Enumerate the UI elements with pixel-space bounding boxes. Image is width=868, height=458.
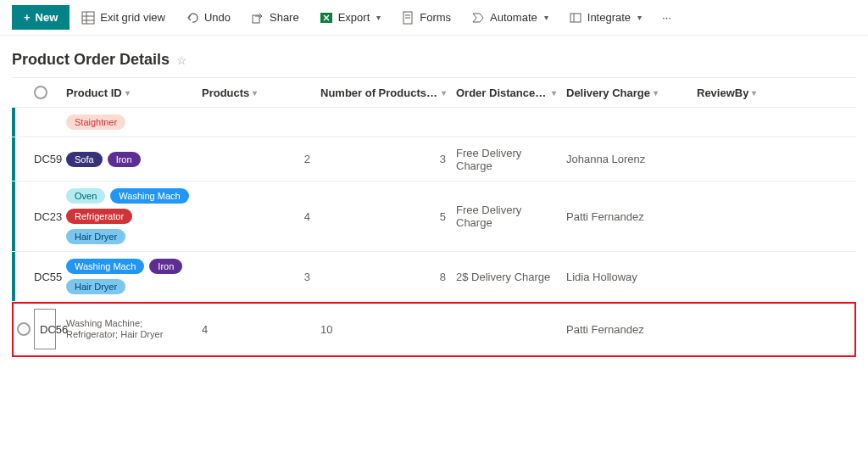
row-accent	[12, 182, 15, 251]
page-heading-row: Product Order Details ☆	[0, 36, 868, 77]
product-chip: Refrigerator	[66, 209, 132, 224]
share-icon	[251, 11, 264, 25]
undo-label: Undo	[204, 11, 231, 24]
export-button[interactable]: Export ▾	[311, 6, 390, 30]
share-label: Share	[270, 11, 299, 24]
forms-icon	[401, 11, 415, 25]
edit-products-cell[interactable]: Washing Machine; Refrigerator; Hair Drye…	[61, 316, 197, 342]
product-chip: Iron	[149, 259, 182, 274]
select-all[interactable]	[29, 86, 61, 99]
exit-grid-view-label: Exit grid view	[100, 11, 165, 24]
chevron-down-icon: ▾	[654, 88, 658, 98]
col-delivery[interactable]: Delivery Charge▾	[561, 87, 692, 99]
cell-product-id[interactable]: DC55	[29, 269, 61, 285]
col-review-by[interactable]: ReviewBy▾	[692, 87, 810, 99]
product-chip: Iron	[108, 152, 141, 167]
plus-icon: +	[24, 11, 31, 24]
cell-review-by[interactable]: Johanna Lorenz	[561, 151, 692, 167]
share-button[interactable]: Share	[242, 6, 308, 30]
table-row[interactable]: Staightner	[12, 108, 856, 137]
cell-delivery[interactable]: Free Delivery Charge	[451, 145, 561, 174]
toolbar: + New Exit grid view Undo Share Export ▾…	[0, 0, 868, 36]
cell-delivery[interactable]: 2$ Delivery Charge	[451, 269, 561, 285]
edit-delivery-cell[interactable]	[451, 327, 561, 331]
cell-product-id[interactable]: DC59	[29, 151, 61, 167]
cell-product-id[interactable]: DC23	[29, 209, 61, 225]
grid: Product ID▾ Products▾ Number of Products…	[0, 77, 868, 357]
chevron-down-icon: ▾	[253, 88, 257, 98]
integrate-label: Integrate	[587, 11, 631, 24]
product-chip: Washing Mach	[110, 188, 188, 204]
page-title: Product Order Details	[12, 51, 170, 69]
favorite-star-icon[interactable]: ☆	[176, 53, 187, 67]
cell-distance[interactable]: 3	[315, 151, 451, 167]
product-chip: Sofa	[66, 152, 103, 167]
col-product-id[interactable]: Product ID▾	[61, 87, 197, 99]
product-chip: Oven	[66, 188, 105, 204]
product-chips: Washing MachIronHair Dryer	[66, 259, 192, 294]
radio-icon	[34, 86, 47, 99]
more-button[interactable]: ···	[654, 6, 680, 29]
product-chip: Staightner	[66, 114, 125, 130]
product-chips: Staightner	[66, 114, 192, 130]
edit-product-id-input[interactable]: DC56	[34, 309, 56, 349]
cell-num-ordered[interactable]: 4	[197, 209, 315, 225]
excel-icon	[320, 11, 333, 25]
cell-products[interactable]: SofaIron	[61, 150, 197, 169]
chevron-down-icon: ▾	[637, 13, 642, 22]
cell-review-by[interactable]: Patti Fernandez	[561, 209, 692, 225]
cell-review-by[interactable]	[561, 120, 692, 124]
col-num-ordered[interactable]: Number of Products Ordered▾	[315, 87, 451, 99]
undo-button[interactable]: Undo	[177, 6, 239, 30]
product-chips: OvenWashing MachRefrigeratorHair Dryer	[66, 188, 192, 244]
svg-rect-0	[82, 12, 94, 24]
product-chip: Hair Dryer	[66, 279, 125, 294]
grid-icon	[81, 11, 95, 25]
cell-num-ordered[interactable]	[197, 120, 315, 124]
cell-products[interactable]: OvenWashing MachRefrigeratorHair Dryer	[61, 187, 197, 246]
chevron-down-icon: ▾	[442, 88, 446, 98]
row-accent	[12, 252, 15, 301]
cell-delivery[interactable]: Free Delivery Charge	[451, 202, 561, 231]
grid-header-row: Product ID▾ Products▾ Number of Products…	[12, 77, 856, 108]
chevron-down-icon: ▾	[125, 88, 130, 98]
cell-products[interactable]: Staightner	[61, 113, 197, 131]
new-button[interactable]: + New	[12, 5, 70, 30]
table-row[interactable]: DC55 Washing MachIronHair Dryer 3 8 2$ D…	[12, 252, 856, 302]
edit-row[interactable]: DC56 Washing Machine; Refrigerator; Hair…	[12, 302, 856, 357]
automate-icon	[471, 11, 485, 25]
edit-distance-cell[interactable]: 10	[315, 321, 451, 338]
cell-review-by[interactable]: Lidia Holloway	[561, 269, 692, 285]
chevron-down-icon: ▾	[376, 13, 381, 22]
cell-distance[interactable]: 5	[315, 209, 451, 225]
table-row[interactable]: DC59 SofaIron 2 3 Free Delivery Charge J…	[12, 137, 856, 182]
integrate-icon	[569, 11, 582, 25]
chevron-down-icon: ▾	[544, 13, 548, 22]
edit-product-id-cell[interactable]: DC56	[29, 307, 61, 351]
integrate-button[interactable]: Integrate ▾	[560, 6, 650, 30]
ellipsis-icon: ···	[662, 11, 671, 24]
edit-review-by-cell[interactable]: Patti Fernandez	[561, 321, 692, 338]
table-row[interactable]: DC23 OvenWashing MachRefrigeratorHair Dr…	[12, 182, 856, 252]
forms-label: Forms	[420, 11, 451, 24]
col-products[interactable]: Products▾	[197, 87, 315, 99]
row-accent	[12, 302, 15, 356]
product-chips: SofaIron	[66, 152, 192, 167]
cell-num-ordered[interactable]: 2	[197, 151, 315, 167]
cell-distance[interactable]	[315, 120, 451, 124]
cell-distance[interactable]: 8	[315, 269, 451, 285]
product-chip: Hair Dryer	[66, 229, 125, 244]
cell-num-ordered[interactable]: 3	[197, 269, 315, 285]
undo-icon	[186, 11, 199, 25]
cell-delivery[interactable]	[451, 120, 561, 124]
forms-button[interactable]: Forms	[392, 6, 459, 30]
svg-rect-10	[570, 14, 581, 22]
chevron-down-icon: ▾	[552, 88, 556, 98]
automate-button[interactable]: Automate ▾	[463, 6, 557, 30]
cell-products[interactable]: Washing MachIronHair Dryer	[61, 257, 197, 296]
exit-grid-view-button[interactable]: Exit grid view	[73, 6, 174, 30]
col-distance[interactable]: Order Distance Miles▾	[451, 87, 561, 99]
product-chip: Washing Mach	[66, 259, 144, 274]
cell-product-id[interactable]	[29, 120, 61, 124]
edit-num-ordered-cell[interactable]: 4	[197, 321, 315, 338]
